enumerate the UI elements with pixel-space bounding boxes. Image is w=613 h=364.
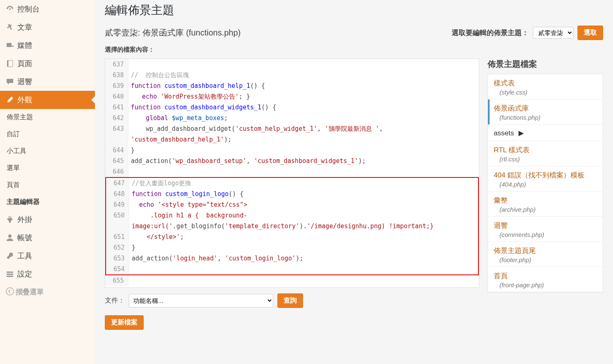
file-name: 首頁 — [494, 271, 597, 281]
sidebar-subitem[interactable]: 主題編輯器 — [0, 194, 95, 210]
line-number: 647 — [106, 178, 129, 189]
line-number: 637 — [105, 59, 128, 70]
sidebar-item-settings[interactable]: 設定 — [0, 265, 95, 283]
tool-icon — [6, 252, 16, 260]
page-title: 編輯佈景主題 — [105, 2, 603, 18]
line-number: 648 — [106, 189, 129, 199]
sidebar-item-media[interactable]: 媒體 — [0, 36, 95, 54]
code-content: //登入畫面logo更換 — [129, 178, 478, 189]
sidebar-item-label: 外觀 — [17, 95, 32, 105]
theme-file-item[interactable]: 樣式表(style.css) — [488, 74, 603, 99]
code-content: global $wp_meta_boxes; — [128, 113, 479, 123]
theme-file-item[interactable]: 迴響(comments.php) — [488, 217, 603, 242]
code-line: 649 echo '<style type="text/css"> — [106, 199, 478, 210]
code-line: 643 wp_add_dashboard_widget('custom_help… — [105, 123, 479, 145]
collapse-menu[interactable]: 摺疊選單 — [0, 283, 95, 301]
code-content: } — [128, 145, 479, 156]
file-name: 彙整 — [494, 196, 597, 205]
comment-icon — [6, 78, 16, 86]
line-number: 642 — [105, 113, 128, 123]
sidebar-item-tool[interactable]: 工具 — [0, 247, 95, 265]
code-line: 651 </style>'; — [106, 232, 478, 242]
code-line: 653add_action('login_head', 'custom_logi… — [106, 253, 478, 264]
code-line: 644} — [105, 145, 479, 156]
sidebar-subitem[interactable]: 小工具 — [0, 143, 95, 160]
theme-select[interactable]: 貳零壹柒 — [533, 27, 573, 39]
code-line: 642 global $wp_meta_boxes; — [105, 113, 479, 123]
chevron-right-icon: ▶ — [516, 129, 524, 137]
sidebar-item-label: 工具 — [17, 251, 32, 261]
doc-label: 文件： — [105, 296, 125, 305]
collapse-label: 摺疊選單 — [16, 287, 44, 297]
theme-files-heading: 佈景主題檔案 — [488, 59, 603, 70]
line-number: 641 — [105, 102, 128, 113]
file-subname: (footer.php) — [499, 256, 597, 263]
code-content: echo 'WordPress架站教學公告'; } — [128, 91, 479, 102]
query-button[interactable]: 查詢 — [277, 293, 303, 308]
sidebar-item-page[interactable]: 頁面 — [0, 54, 95, 73]
theme-file-item[interactable]: RTL 樣式表(rtl.css) — [488, 141, 603, 166]
sidebar-subitem[interactable]: 自訂 — [0, 126, 95, 143]
sidebar-item-label: 媒體 — [17, 40, 32, 50]
file-subname: (functions.php) — [499, 114, 597, 121]
code-content: .login h1 a { background-image:url('.get… — [129, 210, 478, 232]
code-line: 655 — [105, 275, 479, 286]
admin-sidebar: 控制台文章媒體頁面迴響外觀佈景主題自訂小工具選單頁首主題編輯器外掛帳號工具設定 … — [0, 0, 95, 364]
sidebar-item-pin[interactable]: 文章 — [0, 18, 95, 36]
sidebar-item-user[interactable]: 帳號 — [0, 229, 95, 247]
sidebar-item-label: 迴響 — [17, 77, 32, 87]
sidebar-subitem[interactable]: 佈景主題 — [0, 109, 95, 126]
code-editor[interactable]: 637 638// 控制台公告區塊639function custom_dash… — [105, 59, 479, 288]
doc-function-select[interactable]: 功能名稱... — [129, 294, 273, 307]
line-number: 643 — [105, 123, 128, 145]
code-line: 637 — [105, 59, 479, 70]
code-content: </style>'; — [129, 232, 478, 242]
update-file-button[interactable]: 更新檔案 — [105, 315, 144, 330]
dashboard-icon — [6, 5, 16, 13]
theme-file-item[interactable]: 首頁(front-page.php) — [488, 267, 603, 292]
theme-file-list: 樣式表(style.css)佈景函式庫(functions.php)assets… — [488, 74, 603, 293]
code-content: add_action('login_head', 'custom_login_l… — [129, 253, 478, 264]
theme-file-item[interactable]: 404 錯誤（找不到檔案）模板(404.php) — [488, 166, 603, 191]
select-button[interactable]: 選取 — [577, 26, 603, 40]
highlighted-code-block: 647//登入畫面logo更換648function custom_login_… — [105, 177, 479, 275]
theme-file-item[interactable]: 佈景函式庫(functions.php) — [488, 99, 603, 125]
code-content: function custom_login_logo() { — [129, 189, 478, 199]
code-content: add_action('wp_dashboard_setup', 'custom… — [128, 156, 479, 166]
line-number: 640 — [105, 91, 128, 102]
sidebar-item-label: 設定 — [17, 269, 32, 279]
sidebar-item-label: 文章 — [17, 22, 32, 32]
pin-icon — [6, 23, 16, 31]
file-subname: (front-page.php) — [499, 281, 597, 288]
file-content-label: 選擇的檔案內容： — [105, 46, 603, 54]
media-icon — [6, 41, 16, 50]
line-number: 638 — [105, 70, 128, 80]
sidebar-item-dashboard[interactable]: 控制台 — [0, 0, 95, 18]
line-number: 653 — [106, 253, 129, 264]
appearance-icon — [6, 96, 16, 104]
file-name: 迴響 — [494, 221, 597, 230]
theme-file-item[interactable]: 佈景主題頁尾(footer.php) — [488, 242, 603, 267]
code-line: 647//登入畫面logo更換 — [106, 178, 478, 189]
svg-rect-0 — [7, 43, 12, 47]
sidebar-subitem[interactable]: 選單 — [0, 160, 95, 177]
sidebar-item-label: 帳號 — [17, 233, 32, 243]
sidebar-item-label: 頁面 — [17, 59, 32, 69]
sidebar-subitem[interactable]: 頁首 — [0, 177, 95, 194]
line-number: 654 — [106, 264, 129, 274]
sidebar-item-plugin[interactable]: 外掛 — [0, 210, 95, 229]
file-name: 佈景主題頁尾 — [494, 246, 597, 255]
file-name: assets ▶ — [494, 129, 597, 137]
sidebar-item-comment[interactable]: 迴響 — [0, 73, 95, 91]
file-name: 樣式表 — [494, 78, 597, 88]
select-theme-label: 選取要編輯的佈景主題： — [452, 28, 529, 38]
code-content: // 控制台公告區塊 — [128, 70, 479, 80]
svg-point-9 — [11, 274, 12, 275]
theme-file-item[interactable]: 彙整(archive.php) — [488, 191, 603, 217]
file-subname: (rtl.css) — [499, 156, 597, 163]
theme-folder-item[interactable]: assets ▶ — [488, 125, 603, 141]
code-line: 648function custom_login_logo() { — [106, 189, 478, 199]
sidebar-item-appearance[interactable]: 外觀 — [0, 91, 95, 109]
line-number: 651 — [106, 232, 129, 242]
user-icon — [6, 234, 16, 242]
